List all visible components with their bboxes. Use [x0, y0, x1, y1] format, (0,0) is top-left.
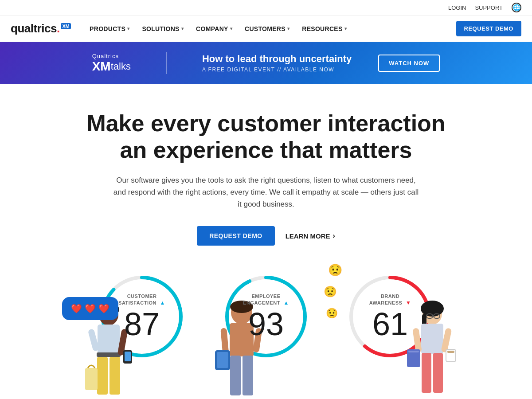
hero-section: Make every customer interaction an exper… — [66, 84, 466, 263]
metric-value-1: 87 — [124, 308, 160, 340]
metric-value-3: 61 — [372, 308, 408, 340]
person-right-illustration — [403, 288, 461, 399]
chevron-down-icon: ▾ — [344, 26, 347, 31]
svg-rect-14 — [125, 352, 131, 361]
chevron-down-icon: ▾ — [127, 26, 129, 31]
svg-rect-37 — [447, 351, 454, 353]
nav-item-company[interactable]: COMPANY ▾ — [191, 22, 238, 36]
globe-icon[interactable] — [512, 3, 521, 12]
metric-value-2: 93 — [248, 308, 284, 340]
worried-emoji-1: 😟 — [328, 263, 342, 277]
svg-rect-16 — [85, 368, 98, 390]
support-link[interactable]: SUPPORT — [475, 4, 503, 11]
down-arrow-icon: ▼ — [406, 300, 411, 306]
nav-item-products[interactable]: PRODUCTS ▾ — [84, 22, 135, 36]
svg-rect-33 — [422, 353, 431, 393]
worried-emoji-2: 😟 — [324, 286, 337, 298]
svg-rect-32 — [421, 324, 443, 354]
main-nav: qualtrics.XM PRODUCTS ▾ SOLUTIONS ▾ COMP… — [0, 16, 532, 42]
login-link[interactable]: LOGIN — [448, 4, 466, 11]
hero-buttons: REQUEST DEMO LEARN MORE › — [75, 226, 457, 246]
chevron-down-icon: ▾ — [230, 26, 232, 31]
metric-label-2: EMPLOYEEENGAGEMENT ▲ — [243, 293, 289, 306]
svg-rect-20 — [230, 356, 241, 395]
banner-xm-label: XM — [92, 59, 111, 74]
nav-item-customers[interactable]: CUSTOMERS ▾ — [239, 22, 295, 36]
request-demo-button[interactable]: REQUEST DEMO — [456, 21, 521, 36]
top-bar: LOGIN SUPPORT — [0, 0, 532, 16]
nav-items: PRODUCTS ▾ SOLUTIONS ▾ COMPANY ▾ CUSTOME… — [84, 22, 456, 36]
heart-icon-3: ❤️ — [98, 303, 110, 314]
metrics-section: CUSTOMERSATISFACTION ▲ 87 EMPLOYEEENGAGE… — [0, 263, 532, 399]
banner-divider — [166, 52, 167, 74]
metric-label-3: BRANDAWARENESS ▼ — [369, 293, 411, 306]
hero-request-demo-button[interactable]: REQUEST DEMO — [197, 226, 275, 246]
person-right — [403, 288, 461, 399]
logo-text: qualtrics.XM — [11, 22, 71, 35]
nav-right: REQUEST DEMO — [456, 21, 521, 36]
hero-heading: Make every customer interaction an exper… — [75, 110, 457, 164]
svg-rect-8 — [98, 325, 120, 353]
up-arrow-icon: ▲ — [160, 300, 165, 306]
banner-qualtrics-label: Qualtrics — [92, 53, 119, 59]
nav-item-resources[interactable]: RESOURCES ▾ — [297, 22, 352, 36]
chevron-down-icon: ▾ — [287, 26, 289, 31]
hero-subtext: Our software gives you the tools to ask … — [111, 174, 421, 211]
svg-rect-10 — [97, 357, 108, 395]
svg-rect-24 — [217, 352, 228, 368]
promo-banner: Qualtrics XM talks How to lead through u… — [0, 42, 532, 84]
svg-rect-11 — [110, 357, 120, 395]
svg-rect-40 — [408, 351, 419, 352]
svg-rect-38 — [412, 328, 422, 352]
svg-rect-21 — [243, 356, 253, 395]
logo-xm: XM — [61, 23, 71, 29]
banner-logo: Qualtrics XM talks — [92, 53, 131, 74]
banner-text: How to lead through uncertainty A FREE D… — [202, 53, 352, 73]
svg-rect-9 — [97, 352, 121, 357]
chat-bubble: ❤️ ❤️ ❤️ — [62, 297, 118, 320]
up-arrow-icon-2: ▲ — [284, 300, 289, 306]
logo-dot: . — [57, 22, 60, 35]
arrow-right-icon: › — [333, 232, 335, 240]
chevron-down-icon: ▾ — [181, 26, 184, 31]
svg-rect-34 — [433, 353, 443, 393]
heart-icon-2: ❤️ — [85, 303, 96, 314]
nav-item-solutions[interactable]: SOLUTIONS ▾ — [137, 22, 189, 36]
banner-xmtalks: XM talks — [92, 59, 131, 74]
banner-subtitle: A FREE DIGITAL EVENT // AVAILABLE NOW — [202, 66, 352, 73]
learn-more-button[interactable]: LEARN MORE › — [286, 232, 335, 240]
banner-title: How to lead through uncertainty — [202, 53, 352, 65]
worried-emoji-3: 😟 — [326, 308, 338, 319]
heart-icon-1: ❤️ — [71, 303, 82, 314]
logo[interactable]: qualtrics.XM — [11, 22, 71, 35]
banner-talks-label: talks — [111, 61, 131, 72]
watch-now-button[interactable]: WATCH NOW — [378, 55, 440, 72]
metric-label-1: CUSTOMERSATISFACTION ▲ — [118, 293, 165, 306]
